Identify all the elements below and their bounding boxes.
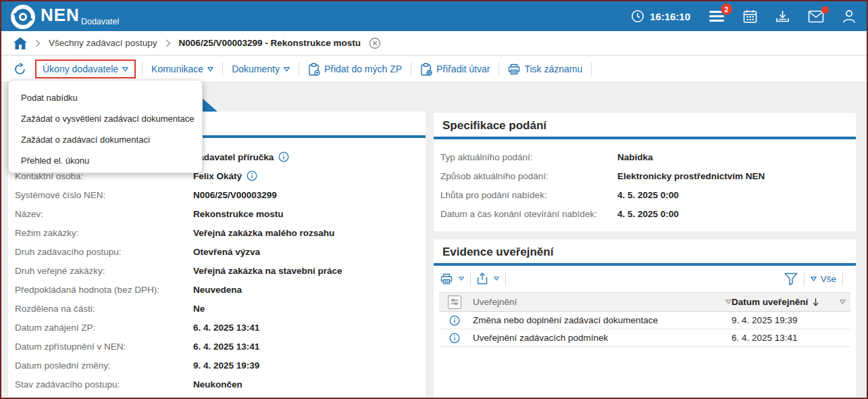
field-label: Druh zadávacího postupu: [15, 247, 193, 257]
close-breadcrumb-icon[interactable] [369, 37, 381, 49]
field-value: Elektronicky prostřednictvím NEN [617, 171, 765, 181]
field-label: Systémové číslo NEN: [15, 190, 193, 200]
sort-desc-icon [812, 298, 819, 306]
field-value: 6. 4. 2025 13:41 [193, 323, 259, 333]
panel-title-rule [434, 263, 856, 266]
field-row: Systémové číslo NEN: N006/25/V00003299 [8, 185, 426, 204]
brand-name: NEN [41, 3, 80, 26]
messages-unread-badge [821, 6, 829, 14]
publications-panel: Evidence uveřejnění [434, 239, 856, 399]
field-value: Zadavatel příručka [193, 152, 274, 162]
menu-item-submit-bid[interactable]: Podat nabídku [9, 87, 202, 108]
communication-label: Komunikace [151, 64, 203, 74]
filter-funnel-button[interactable] [784, 273, 798, 285]
tasks-menu-button[interactable]: 2 [709, 9, 725, 23]
column-filter-icon[interactable] [725, 300, 732, 304]
calendar-button[interactable] [743, 9, 757, 24]
app-header: NEN Dodavatel 16:16:10 2 [1, 1, 867, 31]
communication-dropdown[interactable]: Komunikace [149, 64, 216, 74]
column-header-publication[interactable]: Uveřejnění [473, 297, 517, 307]
documents-dropdown[interactable]: Dokumenty [229, 64, 292, 74]
field-label: Datum zpřístupnění v NEN: [15, 342, 193, 352]
nen-logo-icon [11, 5, 35, 29]
toolbar-separator [505, 272, 506, 285]
supplier-actions-label: Úkony dodavatele [43, 64, 118, 74]
publications-toolbar: Vše [434, 268, 856, 289]
publication-row[interactable]: Uveřejnění zadávacích podmínek 6. 4. 202… [439, 329, 850, 347]
downloads-button[interactable] [775, 9, 790, 24]
chevron-right-icon [165, 39, 171, 47]
field-value: Ne [193, 304, 205, 314]
field-row: Druh veřejné zakázky: Veřejná zakázka na… [8, 261, 426, 280]
field-row: Datum a čas konání otevírání nabídek: 4.… [434, 204, 856, 223]
field-label: Předpokládaná hodnota (bez DPH): [15, 285, 193, 295]
field-row: Rozdělena na části: Ne [8, 299, 426, 318]
brand-subtitle: Dodavatel [81, 17, 119, 26]
add-to-my-procedures-button[interactable]: Přidat do mých ZP [305, 63, 405, 76]
publications-title: Evidence uveřejnění [434, 239, 856, 263]
chevron-down-icon [811, 277, 817, 281]
profile-button[interactable] [842, 9, 856, 24]
home-icon[interactable] [14, 37, 27, 49]
field-value: Veřejná zakázka malého rozsahu [193, 228, 334, 238]
info-icon[interactable] [449, 333, 460, 344]
chevron-right-icon [35, 39, 41, 47]
menu-item-electronic-acts-overview[interactable]: Přehled el. úkonu [9, 150, 202, 171]
print-list-button[interactable] [440, 273, 464, 285]
documents-label: Dokumenty [232, 64, 280, 74]
assign-unit-button[interactable]: Přiřadit útvar [417, 63, 492, 76]
column-header-date[interactable]: Datum uveřejnění [732, 297, 808, 307]
submission-spec-panel: Specifikace podání Typ aktuálního podání… [434, 113, 856, 231]
field-label: Způsob aktuálního podání: [440, 171, 617, 181]
info-icon[interactable] [449, 315, 460, 326]
toolbar-separator [142, 62, 143, 76]
field-label: Stav zadávacího postupu: [15, 379, 193, 390]
field-value: Otevřená výzva [193, 247, 260, 257]
breadcrumb-item-current-procedure[interactable]: N006/25/V00003299 - Rekonstrukce mostu [179, 38, 361, 48]
print-record-label: Tisk záznamu [524, 64, 582, 74]
view-all-dropdown[interactable]: Vše [811, 274, 836, 284]
supplier-actions-dropdown[interactable]: Úkony dodavatele [35, 60, 136, 78]
clipboard-gear-icon [420, 63, 432, 76]
menu-item-request-clarification[interactable]: Zažádat o vysvětlení zadávací dokumentac… [9, 108, 202, 129]
toolbar-separator [222, 62, 223, 76]
field-label: Rozdělena na části: [15, 304, 193, 314]
field-value: Neuvedena [193, 285, 242, 295]
brand: NEN Dodavatel [11, 3, 119, 29]
publication-name: Změna nebo doplnění zadávací dokumentace [470, 315, 732, 325]
column-settings-button[interactable] [448, 296, 461, 309]
session-time: 16:16:10 [650, 11, 690, 22]
toolbar-separator [499, 62, 499, 76]
info-icon[interactable] [247, 170, 257, 181]
field-value: 4. 5. 2025 0:00 [617, 190, 679, 200]
clock-icon [631, 9, 644, 23]
toolbar-separator [299, 62, 299, 76]
menu-item-request-documentation[interactable]: Zažádat o zadávací dokumentaci [9, 129, 202, 150]
field-value: Veřejná zakázka na stavební práce [193, 266, 342, 276]
field-row: Datum zpřístupnění v NEN: 6. 4. 2025 13:… [8, 337, 426, 356]
field-value: 6. 4. 2025 13:41 [193, 342, 259, 352]
breadcrumb: Všechny zadávací postupy N006/25/V000032… [1, 31, 867, 55]
info-icon[interactable] [278, 151, 289, 162]
supplier-actions-menu: Podat nabídku Zažádat o vysvětlení zadáv… [8, 80, 203, 173]
publications-table-header: Uveřejnění Datum uveřejnění [439, 292, 850, 312]
session-clock: 16:16:10 [631, 9, 690, 23]
field-row: Režim zakázky: Veřejná zakázka malého ro… [8, 223, 426, 242]
publication-row[interactable]: Změna nebo doplnění zadávací dokumentace… [439, 312, 850, 329]
field-label: Datum a čas konání otevírání nabídek: [440, 209, 617, 219]
field-value: Neukončen [193, 379, 242, 390]
field-row: Předpokládaná hodnota (bez DPH): Neuvede… [8, 280, 426, 299]
field-row: Lhůta pro podání nabídek: 4. 5. 2025 0:0… [434, 185, 856, 204]
refresh-button[interactable] [11, 63, 29, 76]
field-label: Datum zahájení ZP: [15, 323, 193, 333]
chevron-down-icon [494, 277, 499, 281]
chevron-down-icon [122, 67, 128, 72]
print-record-button[interactable]: Tisk záznamu [505, 64, 585, 75]
export-list-button[interactable] [477, 273, 499, 285]
column-filter-icon[interactable] [840, 300, 846, 304]
messages-button[interactable] [808, 10, 824, 23]
field-value: N006/25/V00003299 [193, 190, 277, 200]
publication-name: Uveřejnění zadávacích podmínek [470, 333, 732, 343]
breadcrumb-item-all-procedures[interactable]: Všechny zadávací postupy [49, 38, 157, 48]
clipboard-plus-icon [308, 63, 320, 76]
